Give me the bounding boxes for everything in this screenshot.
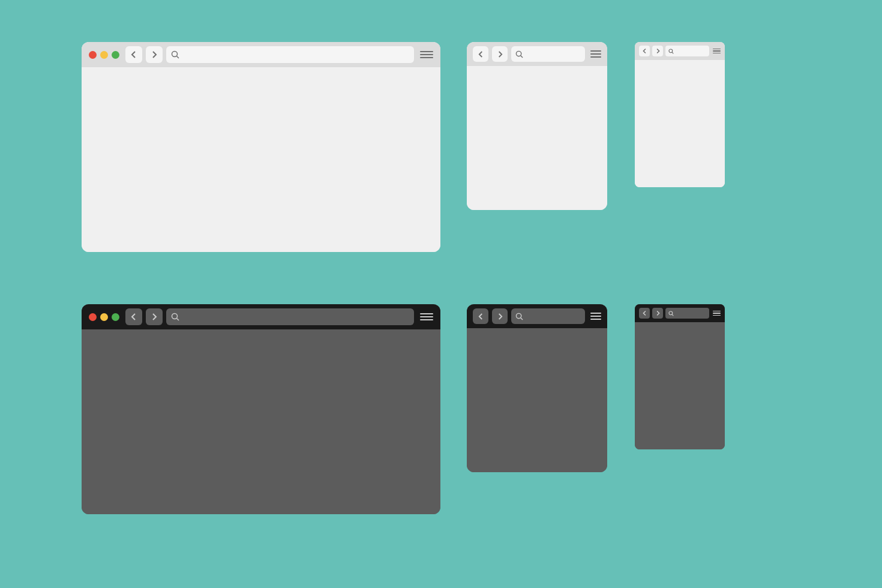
browser-window-dark-desktop bbox=[82, 304, 440, 514]
chevron-right-icon bbox=[656, 310, 660, 316]
svg-line-1 bbox=[177, 56, 179, 59]
maximize-button[interactable] bbox=[112, 51, 119, 59]
menu-button[interactable] bbox=[420, 313, 433, 320]
back-button[interactable] bbox=[125, 308, 142, 325]
content-area bbox=[467, 328, 607, 472]
chevron-left-icon bbox=[478, 313, 484, 320]
chevron-left-icon bbox=[643, 310, 647, 316]
toolbar bbox=[635, 42, 725, 60]
browser-window-dark-mobile bbox=[635, 304, 725, 449]
forward-button[interactable] bbox=[146, 308, 163, 325]
svg-line-7 bbox=[177, 319, 179, 321]
content-area bbox=[635, 322, 725, 449]
minimize-button[interactable] bbox=[100, 51, 108, 59]
toolbar bbox=[467, 304, 607, 328]
svg-line-3 bbox=[521, 55, 523, 57]
browser-window-dark-tablet bbox=[467, 304, 607, 472]
menu-button[interactable] bbox=[713, 49, 721, 54]
forward-button[interactable] bbox=[492, 46, 508, 62]
toolbar bbox=[467, 42, 607, 66]
search-icon bbox=[515, 313, 523, 320]
content-area bbox=[467, 66, 607, 210]
minimize-button[interactable] bbox=[100, 313, 108, 321]
search-icon bbox=[668, 311, 674, 316]
forward-button[interactable] bbox=[492, 308, 508, 324]
forward-button[interactable] bbox=[652, 46, 663, 56]
search-icon bbox=[515, 50, 523, 58]
content-area bbox=[82, 329, 440, 514]
browser-window-light-mobile bbox=[635, 42, 725, 187]
toolbar bbox=[82, 304, 440, 329]
chevron-left-icon bbox=[131, 313, 137, 321]
chevron-right-icon bbox=[497, 313, 503, 320]
svg-point-2 bbox=[516, 51, 521, 56]
close-button[interactable] bbox=[89, 51, 97, 59]
svg-point-0 bbox=[172, 52, 178, 57]
back-button[interactable] bbox=[473, 46, 488, 62]
search-icon bbox=[171, 313, 179, 321]
back-button[interactable] bbox=[125, 46, 142, 63]
maximize-button[interactable] bbox=[112, 313, 119, 321]
toolbar bbox=[82, 42, 440, 67]
address-bar[interactable] bbox=[665, 308, 709, 319]
chevron-left-icon bbox=[131, 50, 137, 59]
menu-button[interactable] bbox=[590, 313, 601, 320]
chevron-right-icon bbox=[497, 50, 503, 58]
svg-point-4 bbox=[669, 49, 673, 52]
svg-line-11 bbox=[672, 314, 673, 316]
menu-button[interactable] bbox=[590, 50, 601, 58]
chevron-left-icon bbox=[478, 50, 484, 58]
back-button[interactable] bbox=[639, 46, 650, 56]
chevron-right-icon bbox=[656, 48, 660, 54]
address-bar[interactable] bbox=[665, 46, 709, 56]
back-button[interactable] bbox=[473, 308, 488, 324]
address-bar[interactable] bbox=[166, 46, 414, 63]
back-button[interactable] bbox=[639, 308, 650, 319]
svg-line-5 bbox=[672, 52, 673, 53]
forward-button[interactable] bbox=[652, 308, 663, 319]
svg-point-6 bbox=[172, 314, 178, 319]
chevron-left-icon bbox=[643, 48, 647, 54]
chevron-right-icon bbox=[151, 50, 157, 59]
menu-button[interactable] bbox=[713, 311, 721, 316]
svg-line-9 bbox=[521, 317, 523, 319]
address-bar[interactable] bbox=[511, 46, 585, 62]
browser-window-light-desktop bbox=[82, 42, 440, 252]
browser-window-light-tablet bbox=[467, 42, 607, 210]
content-area bbox=[82, 67, 440, 252]
address-bar[interactable] bbox=[511, 308, 585, 324]
toolbar bbox=[635, 304, 725, 322]
search-icon bbox=[668, 49, 674, 54]
forward-button[interactable] bbox=[146, 46, 163, 63]
svg-point-8 bbox=[516, 313, 521, 318]
address-bar[interactable] bbox=[166, 308, 414, 325]
close-button[interactable] bbox=[89, 313, 97, 321]
search-icon bbox=[171, 50, 179, 59]
menu-button[interactable] bbox=[420, 51, 433, 58]
content-area bbox=[635, 60, 725, 187]
svg-point-10 bbox=[669, 311, 673, 314]
chevron-right-icon bbox=[151, 313, 157, 321]
